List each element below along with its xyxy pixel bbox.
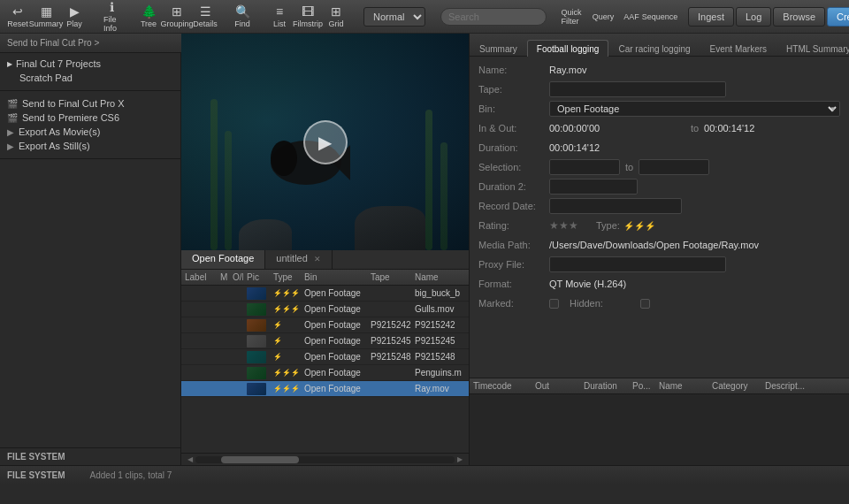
view-mode-select[interactable]: Normal bbox=[363, 7, 425, 27]
toolbar-btn-fileinfo[interactable]: ℹ File Info bbox=[99, 0, 124, 34]
bin-select[interactable]: Open Footage bbox=[549, 101, 840, 117]
tab-summary[interactable]: Summary bbox=[470, 40, 527, 57]
tab-football-logging[interactable]: Football logging bbox=[527, 40, 609, 57]
recorddate-input[interactable] bbox=[549, 198, 682, 214]
table-row[interactable]: ⚡⚡⚡ Open Footage big_buck_b bbox=[181, 286, 469, 302]
thumb-7 bbox=[247, 383, 266, 395]
secondary-toolbar: Send to Final Cut Pro > bbox=[0, 34, 181, 53]
triangle-icon: ▶ bbox=[7, 60, 12, 68]
out-value: 00:00:14'12 bbox=[704, 123, 840, 134]
toolbar-btn-sequence[interactable]: Sequence bbox=[647, 11, 672, 23]
format-label: Format: bbox=[478, 279, 549, 289]
toolbar-btn-grouping[interactable]: ⊞ Grouping bbox=[164, 3, 189, 30]
col-header-tape: Tape bbox=[367, 272, 411, 282]
bin-tab-close[interactable]: ✕ bbox=[314, 255, 321, 263]
sidebar-item-label: Scratch Pad bbox=[19, 73, 73, 83]
marked-label: Marked: bbox=[478, 298, 549, 309]
col-header-label: Label bbox=[181, 272, 217, 282]
tab-html-summary[interactable]: HTML Summary bbox=[776, 40, 849, 57]
fcp-icon: 🎬 bbox=[7, 99, 18, 109]
sidebar: ACTIONS ▶ Final Cut 7 Projects Scratch P… bbox=[0, 34, 181, 465]
scroll-track[interactable] bbox=[195, 456, 455, 463]
name-label: Name: bbox=[478, 65, 549, 75]
toolbar-btn-query[interactable]: Query bbox=[591, 11, 616, 23]
scroll-left-arrow[interactable]: ◀ bbox=[185, 455, 195, 463]
status-text: Added 1 clips, total 7 bbox=[90, 470, 172, 480]
thumb-6 bbox=[247, 367, 266, 379]
meta-row-name: Name: Ray.mov bbox=[478, 62, 840, 78]
toolbar-btn-details[interactable]: ☰ Details bbox=[193, 3, 218, 30]
em-col-po: Po... bbox=[629, 381, 655, 391]
marked-checkbox[interactable] bbox=[549, 299, 559, 309]
table-row-selected[interactable]: ⚡⚡⚡ Open Footage Ray.mov bbox=[181, 381, 469, 397]
format-value: QT Movie (H.264) bbox=[549, 279, 840, 289]
toolbar-btn-find[interactable]: 🔍 Find bbox=[230, 3, 255, 30]
toolbar-btn-aaf[interactable]: AAF bbox=[619, 11, 644, 23]
search-input[interactable] bbox=[440, 8, 547, 26]
toolbar-btn-grid[interactable]: ⊞ Grid bbox=[324, 3, 348, 30]
table-row[interactable]: ⚡ Open Footage P9215245 P9215245 bbox=[181, 333, 469, 349]
table-row[interactable]: ⚡ Open Footage P9215248 P9215248 bbox=[181, 349, 469, 365]
kelp-2 bbox=[225, 131, 232, 250]
metadata-panel: Name: Ray.mov Tape: Bin: Open Footage ▼ … bbox=[470, 57, 849, 378]
sidebar-item-export-still[interactable]: ▶ Export As Still(s) bbox=[7, 139, 173, 153]
hidden-checkbox[interactable] bbox=[640, 299, 650, 309]
send-cutpro-label[interactable]: Send to Final Cut Pro > bbox=[7, 38, 99, 48]
sidebar-item-scratchpad[interactable]: Scratch Pad bbox=[7, 71, 173, 85]
scroll-thumb[interactable] bbox=[221, 456, 299, 463]
horizontal-scrollbar[interactable]: ◀ ▶ bbox=[181, 453, 469, 465]
ingest-button[interactable]: Ingest bbox=[688, 7, 734, 27]
panel-tabs: Summary Football logging Car racing logg… bbox=[470, 34, 849, 57]
table-row[interactable]: ⚡⚡⚡ Open Footage Penguins.m bbox=[181, 365, 469, 381]
toolbar-btn-play[interactable]: ▶ Play bbox=[62, 3, 87, 30]
kelp-4 bbox=[440, 142, 447, 251]
toolbar-btn-quickfilter[interactable]: Quick Filter bbox=[559, 6, 584, 27]
browse-button[interactable]: Browse bbox=[773, 7, 825, 27]
rock-2 bbox=[239, 219, 292, 250]
toolbar-btn-reset[interactable]: ↩ Reset bbox=[5, 3, 30, 30]
tape-input[interactable] bbox=[549, 81, 726, 97]
type-label: Type: bbox=[596, 220, 620, 231]
toolbar-btn-filmstrip[interactable]: 🎞 Filmstrip bbox=[295, 3, 320, 30]
sidebar-item-export-movie[interactable]: ▶ Export As Movie(s) bbox=[7, 125, 173, 139]
sidebar-item-send-premiere[interactable]: 🎬 Send to Premiere CS6 bbox=[7, 111, 173, 125]
sidebar-item-finalcut7[interactable]: ▶ Final Cut 7 Projects bbox=[7, 57, 173, 71]
duration2-input[interactable] bbox=[549, 179, 638, 195]
meta-row-rating: Rating: ★★★ Type: ⚡⚡⚡ bbox=[478, 218, 840, 233]
rating-stars[interactable]: ★★★ bbox=[549, 219, 578, 232]
toolbar-btn-tree[interactable]: 🌲 Tree bbox=[136, 3, 161, 30]
bin-tab-open-footage[interactable]: Open Footage bbox=[181, 250, 265, 269]
proxyfile-label: Proxy File: bbox=[478, 259, 549, 270]
create-button[interactable]: Create bbox=[827, 7, 849, 27]
sidebar-item-send-fcp[interactable]: 🎬 Send to Final Cut Pro X bbox=[7, 96, 173, 111]
toolbar-btn-list[interactable]: ≡ List bbox=[267, 3, 292, 30]
duration-value: 00:00:14'12 bbox=[549, 142, 840, 153]
grid-icon: ⊞ bbox=[331, 4, 341, 19]
reset-icon: ↩ bbox=[12, 4, 23, 19]
selection-in-input[interactable] bbox=[549, 159, 620, 175]
tape-label: Tape: bbox=[478, 84, 549, 95]
tab-event-markers[interactable]: Event Markers bbox=[700, 40, 776, 57]
table-row[interactable]: ⚡ Open Footage P9215242 P9215242 bbox=[181, 317, 469, 333]
toolbar-btn-summary[interactable]: ▦ Summary bbox=[34, 3, 58, 30]
proxyfile-input[interactable] bbox=[549, 256, 726, 272]
table-row[interactable]: ⚡⚡⚡ Open Footage Gulls.mov bbox=[181, 302, 469, 317]
tab-car-racing-logging[interactable]: Car racing logging bbox=[608, 40, 700, 57]
scroll-right-arrow[interactable]: ▶ bbox=[455, 455, 465, 463]
col-header-ol: O/L bbox=[229, 272, 243, 282]
summary-icon: ▦ bbox=[41, 4, 52, 19]
selection-out-input[interactable] bbox=[639, 159, 709, 175]
meta-row-proxyfile: Proxy File: bbox=[478, 256, 840, 272]
sidebar-item-label: Send to Premiere CS6 bbox=[22, 112, 119, 123]
marked-checkbox-wrap bbox=[549, 299, 559, 309]
em-col-name: Name bbox=[655, 381, 708, 391]
preview-area: ▶ Open Footage untitled ✕ Label M O/L Pi… bbox=[181, 34, 469, 465]
selection-to-label: to bbox=[625, 162, 633, 172]
kelp-3 bbox=[425, 110, 432, 250]
meta-row-inout: In & Out: 00:00:00'00 to 00:00:14'12 bbox=[478, 120, 840, 136]
bin-tab-untitled[interactable]: untitled ✕ bbox=[265, 250, 333, 269]
meta-row-duration2: Duration 2: bbox=[478, 179, 840, 195]
play-button[interactable]: ▶ bbox=[303, 120, 348, 164]
col-header-bin: Bin bbox=[301, 272, 367, 282]
log-button[interactable]: Log bbox=[736, 7, 771, 27]
